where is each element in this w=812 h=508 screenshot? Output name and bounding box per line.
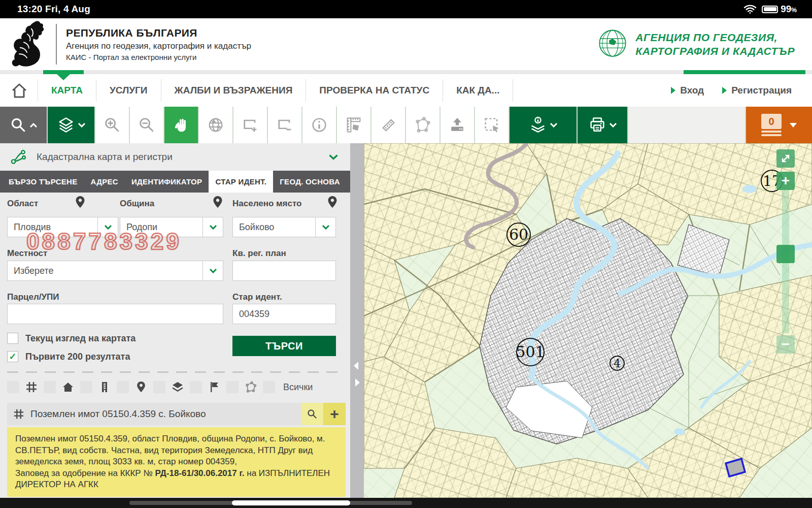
chevron-down-icon <box>105 225 112 230</box>
panel-collapse-handle[interactable] <box>350 143 364 498</box>
reg-plan-input[interactable] <box>232 261 336 281</box>
tab-old-identifier[interactable]: СТАР ИДЕНТ. <box>209 171 273 193</box>
hand-pan-icon <box>173 116 190 134</box>
select-area-button[interactable] <box>475 107 509 143</box>
map-zoom-in-button[interactable]: + <box>776 172 795 190</box>
pan-tool-button[interactable] <box>164 107 198 143</box>
filter-checkbox-boundaries[interactable] <box>226 381 239 393</box>
agency-logo-text: АГЕНЦИЯ ПО ГЕОДЕЗИЯ, КАРТОГРАФИЯ И КАДАС… <box>635 30 795 58</box>
current-view-checkbox[interactable]: Текущ изглед на картата <box>7 333 136 344</box>
login-link[interactable]: Вход <box>671 85 704 96</box>
tab-quick-search[interactable]: БЪРЗО ТЪРСЕНЕ <box>2 171 84 193</box>
parcel-order-text: Заповед за одобрение на КККР № РД-18-61/… <box>15 468 337 491</box>
filter-checkbox-parcels[interactable] <box>7 381 19 393</box>
map-canvas[interactable]: 60 501 4 17 + − <box>364 143 812 498</box>
region-select[interactable]: Пловдив <box>7 217 118 237</box>
filter-checkbox-geodetic-points[interactable] <box>190 381 202 393</box>
zoom-window-out-button[interactable] <box>268 107 301 143</box>
chevron-down-icon <box>78 123 85 128</box>
upload-icon <box>448 116 466 134</box>
measure-distance-button[interactable] <box>371 107 405 143</box>
register-link[interactable]: Регистрация <box>722 85 792 96</box>
fullscreen-button[interactable] <box>776 149 795 168</box>
map-zoom-out-button[interactable]: − <box>776 335 795 354</box>
parcel-grid-icon <box>7 408 30 420</box>
globe-extent-button[interactable] <box>199 107 232 143</box>
expand-right-icon[interactable] <box>355 378 360 387</box>
zoom-slider-thumb[interactable] <box>776 245 795 263</box>
nav-item-complaints[interactable]: ЖАЛБИ И ВЪЗРАЖЕНИЯ <box>161 79 306 102</box>
chevron-down-icon <box>322 225 329 230</box>
documents-cart-button[interactable]: 0 <box>746 107 812 143</box>
add-result-button[interactable]: + <box>323 403 346 425</box>
layers-tool-button[interactable] <box>48 107 94 143</box>
first-200-checkbox[interactable]: ✓ Първите 200 резултата <box>7 351 130 362</box>
nav-item-map[interactable]: КАРТА <box>38 79 96 102</box>
filter-checkbox-all[interactable] <box>263 381 275 393</box>
old-ident-input[interactable] <box>232 304 336 324</box>
locality-select[interactable]: Изберете <box>7 261 223 281</box>
zoom-out-button[interactable] <box>130 107 163 143</box>
result-item[interactable]: Поземлен имот 05150.4.359 с. Бойково + <box>7 403 346 425</box>
parcel-details-text: Поземлен имот 05150.4.359, област Пловди… <box>15 433 337 468</box>
tab-address[interactable]: АДРЕС <box>84 171 125 193</box>
measure-area-button[interactable] <box>337 107 370 143</box>
rectangle-minus-icon <box>276 116 294 134</box>
filter-checkbox-buildings[interactable] <box>44 381 56 393</box>
search-panel: Кадастрална карта и регистри БЪРЗО ТЪРСЕ… <box>0 143 350 498</box>
home-button[interactable] <box>0 81 38 100</box>
search-button[interactable]: ТЪРСИ <box>232 336 336 356</box>
identify-button[interactable] <box>302 107 336 143</box>
filter-checkbox-units[interactable] <box>80 381 92 393</box>
clock: 13:20 Fri, 4 Aug <box>17 4 90 15</box>
collapse-left-icon[interactable] <box>354 362 358 370</box>
select-rectangle-icon <box>483 116 501 134</box>
ruler-icon <box>379 116 397 134</box>
checkbox-checked[interactable]: ✓ <box>7 351 18 362</box>
filter-checkbox-zones[interactable] <box>153 381 165 393</box>
header: РЕПУБЛИКА БЪЛГАРИЯ Агенция по геодезия, … <box>0 18 812 70</box>
filter-all-label: Всички <box>283 382 313 393</box>
nav-item-how-to[interactable]: КАК ДА... <box>443 79 513 102</box>
toolbar-spacer <box>628 107 745 143</box>
filter-checkbox-addresses[interactable] <box>117 381 129 393</box>
chevron-right-icon <box>671 87 675 94</box>
flag-icon <box>208 381 220 393</box>
polygon-outline-icon <box>245 381 257 393</box>
tab-identifier[interactable]: ИДЕНТИФИКАТОР <box>125 171 209 193</box>
scrollbar-thumb[interactable] <box>232 500 350 505</box>
wifi-icon <box>743 4 757 14</box>
upload-button[interactable] <box>441 107 474 143</box>
measure-area-icon <box>345 116 363 134</box>
globe-icon <box>207 116 225 134</box>
location-pin-icon <box>212 196 223 209</box>
municipality-select[interactable]: Родопи <box>120 217 223 237</box>
info-layers-button[interactable] <box>510 107 577 143</box>
draw-polygon-button[interactable] <box>406 107 439 143</box>
zoom-window-in-button[interactable] <box>233 107 267 143</box>
zoom-in-button[interactable] <box>95 107 129 143</box>
document-count-badge: 0 <box>761 114 782 129</box>
zoom-to-result-button[interactable] <box>301 403 323 425</box>
search-icon <box>307 408 318 420</box>
reg-plan-label: Кв. рег. план <box>232 248 286 259</box>
settlement-select[interactable]: Бойково <box>232 217 336 237</box>
nav-item-status-check[interactable]: ПРОВЕРКА НА СТАТУС <box>306 79 443 102</box>
location-pin-icon <box>327 196 338 209</box>
result-item-title: Поземлен имот 05150.4.359 с. Бойково <box>30 408 301 420</box>
house-icon <box>62 381 74 393</box>
printer-icon <box>588 116 606 134</box>
republic-title: РЕПУБЛИКА БЪЛГАРИЯ <box>66 27 251 39</box>
main-nav: КАРТА УСЛУГИ ЖАЛБИ И ВЪЗРАЖЕНИЯ ПРОВЕРКА… <box>0 70 812 107</box>
print-button[interactable] <box>578 107 627 143</box>
parcel-input[interactable] <box>7 304 223 324</box>
document-counter-icon: 0 <box>761 114 782 136</box>
search-tool-button[interactable] <box>0 107 47 143</box>
dataset-selector[interactable]: Кадастрална карта и регистри <box>0 143 350 171</box>
nav-item-services[interactable]: УСЛУГИ <box>96 79 161 102</box>
chevron-down-icon <box>210 225 217 230</box>
checkbox-unchecked[interactable] <box>7 333 18 344</box>
tab-geodetic-basis[interactable]: ГЕОД. ОСНОВА <box>273 171 347 193</box>
agency-logo: АГЕНЦИЯ ПО ГЕОДЕЗИЯ, КАРТОГРАФИЯ И КАДАС… <box>596 27 795 61</box>
cadastral-basemap: 60 501 4 17 <box>364 143 812 498</box>
